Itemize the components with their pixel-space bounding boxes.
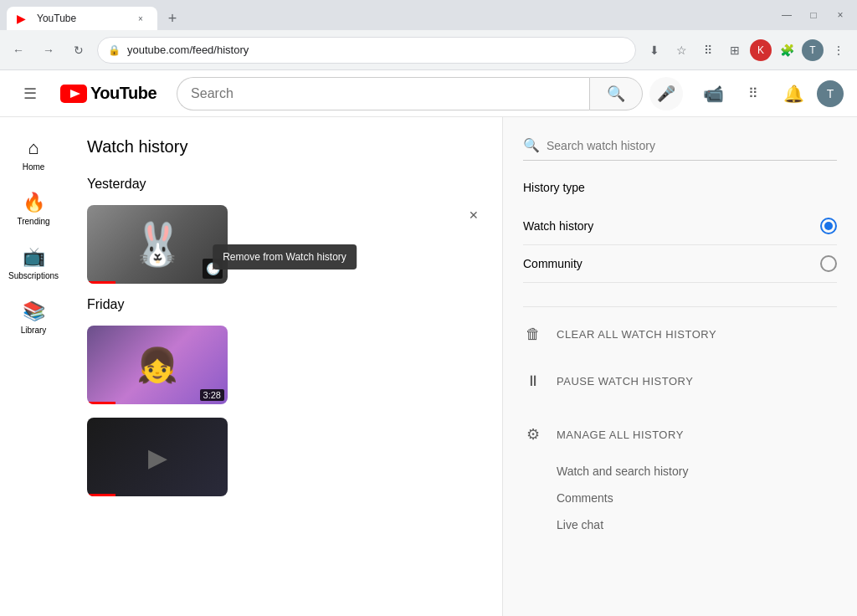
sidebar-item-home[interactable]: ⌂ Home: [3, 127, 64, 178]
trending-icon: 🔥: [23, 192, 45, 213]
tab-title: YouTube: [37, 13, 127, 24]
pause-label: PAUSE WATCH HISTORY: [557, 375, 693, 388]
date-section-yesterday: Yesterday 🐰 🕐 ✕ Remove from Watch histor…: [87, 177, 482, 284]
download-icon[interactable]: ⬇: [643, 38, 666, 62]
bookmark-star-icon[interactable]: ☆: [670, 38, 693, 62]
notifications-button[interactable]: 🔔: [777, 77, 810, 110]
browser-tabs: ▶ YouTube × +: [7, 0, 770, 30]
video-thumbnail-girl[interactable]: 👧 3:28: [87, 326, 228, 404]
table-row: 🐰 🕐 ✕ Remove from Watch history: [87, 205, 482, 284]
video-thumbnail-rabbit[interactable]: 🐰 🕐: [87, 205, 228, 284]
browser-toolbar: ← → ↻ 🔒 youtube.com/feed/history ⬇ ☆ ⠿ ⊞…: [0, 30, 857, 70]
manage-all-history-button[interactable]: ⚙ MANAGE ALL HISTORY: [523, 411, 837, 458]
hamburger-menu-button[interactable]: ☰: [13, 77, 47, 110]
manage-sub-watch-search[interactable]: Watch and search history: [523, 458, 837, 485]
history-option-watch[interactable]: Watch history: [523, 208, 837, 245]
pause-icon: ⏸: [523, 371, 543, 391]
search-watch-history-input[interactable]: [540, 139, 837, 152]
more-options-icon[interactable]: ⋮: [827, 38, 850, 62]
clear-all-label: CLEAR ALL WATCH HISTORY: [557, 328, 716, 341]
manage-sub-live-chat[interactable]: Live chat: [523, 511, 837, 538]
apps-grid-button[interactable]: ⠿: [736, 77, 770, 110]
subscriptions-icon: 📺: [23, 246, 45, 268]
microphone-icon: 🎤: [657, 85, 675, 103]
remove-tooltip: Remove from Watch history: [213, 244, 357, 270]
active-tab[interactable]: ▶ YouTube ×: [7, 7, 157, 30]
table-row: ▶: [87, 418, 482, 496]
duration-badge: 3:28: [200, 389, 224, 401]
sidebar-item-library[interactable]: 📚 Library: [3, 290, 64, 341]
new-tab-button[interactable]: +: [161, 7, 184, 30]
manage-sub-items: Watch and search history Comments Live c…: [523, 458, 837, 538]
date-friday: Friday: [87, 297, 482, 312]
remove-video-button[interactable]: ✕: [469, 208, 479, 222]
sidebar-item-subscriptions[interactable]: 📺 Subscriptions: [3, 236, 64, 287]
sidebar-label-library: Library: [21, 326, 47, 335]
sidebar-label-subscriptions: Subscriptions: [8, 271, 59, 280]
tab-close-btn[interactable]: ×: [134, 12, 147, 25]
yt-logo-text: YouTube: [90, 84, 157, 103]
history-type-title: History type: [523, 181, 837, 194]
history-right-panel: 🔍 History type Watch history Community: [502, 117, 857, 616]
manage-sub-comments[interactable]: Comments: [523, 485, 837, 511]
watch-history-title: Watch history: [87, 137, 482, 157]
sidebar-label-home: Home: [23, 162, 45, 172]
history-option-community-label: Community: [523, 257, 582, 270]
library-icon: 📚: [23, 300, 45, 322]
puzzle-icon[interactable]: 🧩: [775, 38, 798, 62]
browser-titlebar: ▶ YouTube × + — □ ×: [0, 0, 857, 30]
apps-icon: ⠿: [748, 85, 758, 101]
search-input[interactable]: [177, 77, 589, 110]
yt-sidebar: ⌂ Home 🔥 Trending 📺 Subscriptions 📚 Libr…: [0, 117, 67, 616]
video-progress-bar-3: [87, 494, 115, 496]
table-row: 👧 3:28: [87, 326, 482, 404]
clear-all-history-button[interactable]: 🗑 CLEAR ALL WATCH HISTORY: [523, 311, 837, 357]
clock-overlay-icon: 🕐: [203, 259, 223, 279]
user-avatar[interactable]: T: [817, 80, 844, 107]
profile-t-avatar[interactable]: T: [802, 39, 824, 61]
video-thumbnail-dark[interactable]: ▶: [87, 418, 228, 496]
refresh-button[interactable]: ↻: [67, 38, 90, 62]
search-button[interactable]: 🔍: [589, 77, 643, 110]
history-option-community[interactable]: Community: [523, 245, 837, 283]
pause-history-button[interactable]: ⏸ PAUSE WATCH HISTORY: [523, 357, 837, 404]
manage-label: MANAGE ALL HISTORY: [557, 429, 684, 441]
radio-watch-history[interactable]: [820, 218, 837, 234]
tab-favicon: ▶: [17, 12, 30, 25]
window-controls: — □ ×: [777, 5, 850, 25]
create-icon: 📹: [703, 84, 724, 104]
history-type-section: History type Watch history Community: [523, 181, 837, 283]
minimize-button[interactable]: —: [777, 5, 797, 25]
bell-icon: 🔔: [783, 84, 804, 104]
lock-icon: 🔒: [108, 44, 121, 56]
sidebar-label-trending: Trending: [17, 217, 49, 226]
maximize-button[interactable]: □: [803, 5, 824, 25]
toolbar-actions: ⬇ ☆ ⠿ ⊞ K 🧩 T ⋮: [643, 38, 850, 62]
extensions-grid-icon[interactable]: ⠿: [696, 38, 720, 62]
create-video-button[interactable]: 📹: [696, 77, 730, 110]
video-progress-bar: [87, 281, 115, 284]
manage-history-section: ⚙ MANAGE ALL HISTORY Watch and search hi…: [523, 411, 837, 538]
voice-search-button[interactable]: 🎤: [649, 77, 683, 110]
profile-k-avatar[interactable]: K: [750, 39, 772, 61]
radio-community[interactable]: [820, 255, 837, 272]
address-bar[interactable]: 🔒 youtube.com/feed/history: [97, 37, 636, 64]
yt-logo[interactable]: YouTube: [60, 84, 157, 103]
home-icon: ⌂: [28, 137, 38, 159]
history-option-watch-label: Watch history: [523, 219, 593, 233]
search-icon: 🔍: [607, 85, 625, 103]
translate-icon[interactable]: ⊞: [723, 38, 747, 62]
watch-history-main: Watch history Yesterday 🐰 🕐 ✕ Remove fro…: [67, 117, 502, 616]
yt-main: ⌂ Home 🔥 Trending 📺 Subscriptions 📚 Libr…: [0, 117, 857, 616]
forward-button[interactable]: →: [37, 38, 60, 62]
search-history-wrapper: 🔍: [523, 137, 837, 161]
url-text: youtube.com/feed/history: [127, 44, 625, 56]
back-button[interactable]: ←: [7, 38, 30, 62]
date-yesterday: Yesterday: [87, 177, 482, 192]
video-progress-bar-2: [87, 402, 115, 404]
sidebar-item-trending[interactable]: 🔥 Trending: [3, 182, 64, 233]
yt-header: ☰ YouTube 🔍 🎤 📹 ⠿ 🔔: [0, 70, 857, 117]
divider-1: [523, 306, 837, 307]
close-window-button[interactable]: ×: [830, 5, 850, 25]
yt-header-actions: 📹 ⠿ 🔔 T: [696, 77, 844, 110]
